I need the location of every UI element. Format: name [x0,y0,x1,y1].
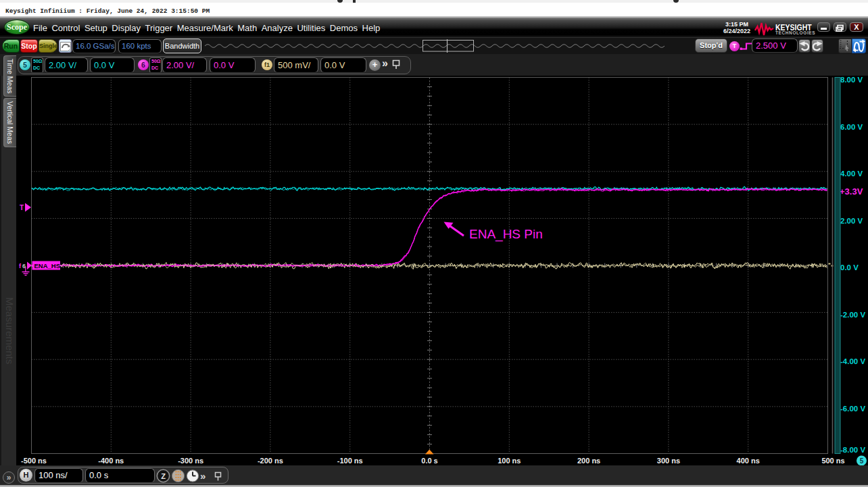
svg-text:8.00 V: 8.00 V [840,76,863,84]
svg-text:-200 ns: -200 ns [258,457,283,465]
svg-text:0.0 V: 0.0 V [840,263,859,272]
svg-text:-400 ns: -400 ns [98,457,124,465]
svg-text:500 ns: 500 ns [821,457,844,465]
svg-text:4.00 V: 4.00 V [840,170,863,178]
svg-text:100 ns: 100 ns [498,457,521,465]
svg-text:»: » [200,470,206,482]
svg-text:ENA_HS Pin: ENA_HS Pin [469,227,543,242]
svg-text:T: T [20,204,24,211]
svg-text:5: 5 [860,457,864,465]
svg-text:2.00 V: 2.00 V [840,217,863,225]
svg-text:0.0 s: 0.0 s [421,457,437,465]
svg-text:-100 ns: -100 ns [337,457,363,465]
svg-text:-500 ns: -500 ns [21,457,47,465]
svg-text:6.00 V: 6.00 V [840,123,863,131]
svg-text:300 ns: 300 ns [657,457,680,465]
svg-text:ENA_HS: ENA_HS [34,262,61,270]
svg-text:-2.00 V: -2.00 V [840,311,865,319]
svg-text:-4.00 V: -4.00 V [840,357,865,365]
svg-text:+3.3V: +3.3V [840,186,863,197]
svg-text:Z: Z [161,472,166,480]
svg-text:-6.00 V: -6.00 V [840,405,865,413]
svg-text:400 ns: 400 ns [737,457,760,465]
svg-text:-8.00 V: -8.00 V [840,446,865,454]
svg-text:-300 ns: -300 ns [178,457,203,465]
svg-text:200 ns: 200 ns [577,457,600,465]
